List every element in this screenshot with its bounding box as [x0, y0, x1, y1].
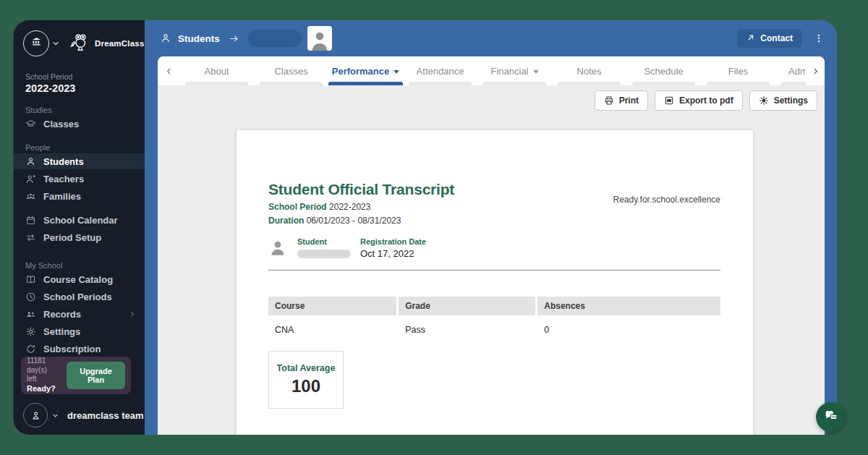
chevron-right-icon: [129, 309, 136, 320]
tab-label: Classes: [274, 66, 307, 77]
tab-bar: About Classes Performance Attendance Fin…: [158, 56, 825, 85]
tab-underline: [558, 82, 621, 85]
divider: [268, 270, 720, 271]
calendar-icon: [25, 215, 36, 226]
chevron-down-icon[interactable]: [52, 37, 59, 50]
days-left-word: left: [27, 375, 67, 384]
tab-performance[interactable]: Performance: [328, 56, 403, 85]
tab-attendance[interactable]: Attendance: [403, 56, 477, 85]
school-period-label: School Period: [25, 72, 145, 81]
tab-label: About: [205, 66, 229, 77]
school-period-value: 2022-2023: [329, 202, 370, 212]
registration-date-label: Registration Date: [360, 237, 426, 246]
transcript-title-block: Student Official Transcript School Perio…: [268, 181, 454, 226]
duration-line: Duration 06/01/2023 - 08/31/2023: [268, 216, 454, 226]
chat-widget-button[interactable]: [816, 402, 846, 432]
sidebar-item-classes[interactable]: Classes: [14, 116, 145, 132]
ready-text: Ready?: [27, 384, 67, 394]
tabs-scroll-left-button[interactable]: [158, 56, 179, 85]
chat-bubbles-icon: [823, 408, 839, 426]
student-name-pill[interactable]: [248, 30, 302, 47]
gear-icon: [759, 95, 769, 106]
organization-switcher[interactable]: [23, 30, 49, 56]
toolbar: Print Export to pdf Settings: [158, 85, 825, 111]
tab-files[interactable]: Files: [701, 56, 775, 85]
sidebar-item-course-catalog[interactable]: Course Catalog: [14, 271, 145, 287]
sidebar: DreamClass School Period 2022-2023 Studi…: [13, 20, 145, 435]
sidebar-item-teachers[interactable]: Teachers: [14, 171, 145, 187]
school-period-label: School Period: [268, 202, 327, 212]
tabs-scroll-right-button[interactable]: [806, 56, 825, 85]
contact-label: Contact: [760, 33, 793, 43]
total-average-box: Total Average 100: [268, 351, 344, 409]
export-pdf-button[interactable]: Export to pdf: [655, 90, 743, 111]
sidebar-item-records[interactable]: Records: [14, 306, 145, 322]
account-menu[interactable]: dreamclass team: [23, 403, 144, 428]
open-book-icon: [25, 274, 36, 285]
sidebar-item-label: Students: [43, 156, 84, 167]
owl-mascot-icon: [69, 31, 91, 56]
caret-down-icon: [533, 70, 539, 74]
main-panel: Students Contact: [145, 20, 837, 435]
days-left-count: 11181 day(s): [27, 357, 67, 375]
tab-underline: [409, 82, 472, 85]
tab-schedule[interactable]: Schedule: [626, 56, 701, 85]
dreamclass-brand: DreamClass: [69, 31, 144, 56]
chevron-down-icon: [52, 409, 59, 422]
sidebar-item-label: Settings: [43, 326, 80, 337]
sidebar-item-period-setup[interactable]: Period Setup: [14, 229, 145, 245]
swap-arrows-icon: [25, 232, 36, 243]
upgrade-text: 11181 day(s) left Ready?: [27, 357, 67, 394]
settings-button[interactable]: Settings: [749, 90, 817, 111]
student-avatar-icon: [268, 239, 287, 258]
student-info-row: Student Registration Date Oct 17, 2022: [268, 237, 720, 259]
tab-label: Schedule: [644, 66, 683, 77]
user-avatar-icon: [23, 403, 48, 428]
sidebar-item-families[interactable]: Families: [14, 188, 145, 204]
refresh-icon: [25, 344, 36, 354]
arrow-up-right-icon: [746, 33, 755, 44]
column-header-grade: Grade: [399, 297, 535, 315]
sidebar-item-students[interactable]: Students: [14, 153, 145, 169]
tab-label: Files: [728, 66, 748, 77]
sidebar-item-subscription[interactable]: Subscription: [14, 341, 145, 357]
duration-value: 06/01/2023 - 08/31/2023: [307, 216, 401, 226]
tab-notes[interactable]: Notes: [552, 56, 626, 85]
institution-icon: [30, 36, 43, 51]
tab-label: Financial: [490, 66, 528, 77]
tab-about[interactable]: About: [179, 56, 254, 85]
caret-down-icon: [393, 70, 399, 74]
sidebar-item-settings[interactable]: Settings: [14, 323, 145, 339]
section-label-my-school: My School: [14, 261, 145, 270]
tab-label: Performance: [332, 66, 389, 77]
sidebar-item-school-periods[interactable]: School Periods: [14, 289, 145, 305]
sidebar-item-label: Families: [43, 191, 81, 202]
tab-underline: [328, 82, 403, 85]
absences-cell: 0: [537, 315, 720, 339]
student-avatar: [307, 26, 332, 51]
arrow-right-icon: [229, 33, 239, 44]
kebab-menu-icon[interactable]: [814, 32, 824, 45]
table-header-row: Course Grade Absences: [268, 297, 720, 315]
tab-classes[interactable]: Classes: [254, 56, 328, 85]
upgrade-plan-button[interactable]: Upgrade Plan: [67, 362, 125, 389]
print-button[interactable]: Print: [595, 90, 648, 111]
pdf-file-icon: [664, 95, 674, 106]
transcript-header: Student Official Transcript School Perio…: [268, 181, 720, 226]
school-motto: Ready.for.school.excellence: [613, 195, 720, 226]
printer-icon: [604, 95, 614, 106]
sidebar-item-label: Course Catalog: [43, 274, 113, 285]
sidebar-item-label: School Calendar: [43, 215, 118, 226]
contact-button[interactable]: Contact: [737, 29, 802, 48]
school-period-block: School Period 2022-2023: [14, 56, 145, 94]
tabs-row: About Classes Performance Attendance Fin…: [179, 56, 825, 85]
sidebar-header: DreamClass: [14, 20, 145, 56]
sidebar-item-label: Records: [43, 309, 81, 320]
tab-financial[interactable]: Financial: [477, 56, 552, 85]
users-icon: [25, 309, 36, 320]
student-label: Student: [297, 237, 351, 246]
gear-icon: [25, 326, 36, 337]
sidebar-item-school-calendar[interactable]: School Calendar: [14, 212, 145, 228]
breadcrumb-students[interactable]: Students: [178, 33, 220, 44]
column-header-course: Course: [268, 297, 396, 315]
